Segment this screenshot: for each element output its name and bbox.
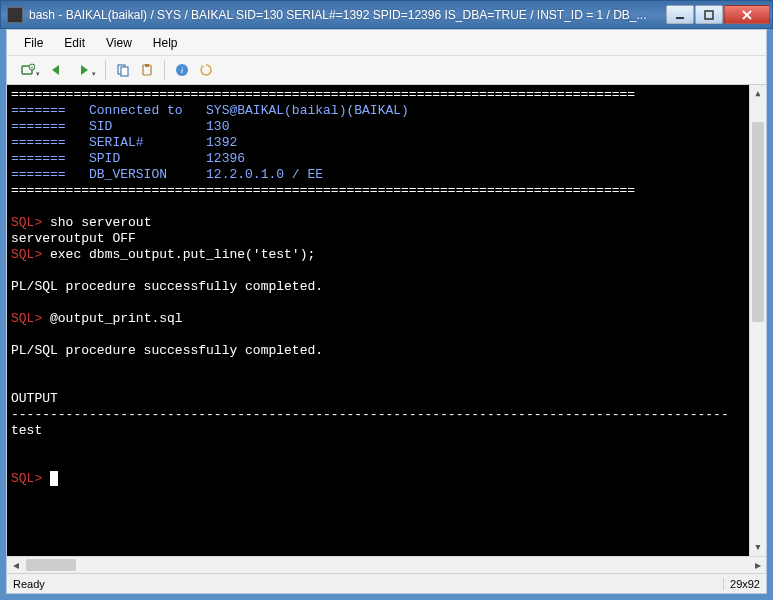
arrow-left-icon — [49, 63, 63, 77]
status-text: Ready — [13, 578, 723, 590]
window-client: File Edit View Help + i ============= — [6, 29, 767, 594]
menu-help[interactable]: Help — [144, 33, 187, 53]
copy-icon — [116, 63, 130, 77]
scroll-right-icon[interactable]: ▸ — [749, 557, 766, 573]
svg-text:+: + — [31, 64, 34, 70]
scroll-down-icon[interactable]: ▾ — [750, 539, 766, 556]
info-icon: i — [175, 63, 189, 77]
scroll-track[interactable] — [750, 102, 766, 539]
close-icon — [742, 10, 752, 20]
paste-icon — [140, 63, 154, 77]
output-header: OUTPUT — [11, 391, 58, 406]
terminal-size: 29x92 — [723, 578, 760, 590]
toolbar-separator — [105, 60, 106, 80]
menubar: File Edit View Help — [7, 30, 766, 56]
sql-prompt: SQL> — [11, 311, 42, 326]
header-spid: ======= SPID 12396 — [11, 151, 245, 166]
new-session-button[interactable]: + — [13, 59, 43, 81]
output-serverout: serveroutput OFF — [11, 231, 136, 246]
paste-button[interactable] — [136, 59, 158, 81]
rule-line: ========================================… — [11, 183, 635, 198]
back-button[interactable] — [45, 59, 67, 81]
plsql-result: PL/SQL procedure successfully completed. — [11, 343, 323, 358]
header-serial: ======= SERIAL# 1392 — [11, 135, 237, 150]
maximize-icon — [704, 10, 714, 20]
horizontal-scrollbar[interactable]: ◂ ▸ — [7, 556, 766, 573]
rule-line: ========================================… — [11, 87, 635, 102]
refresh-icon — [199, 63, 213, 77]
sql-prompt: SQL> — [11, 215, 42, 230]
app-icon — [7, 7, 23, 23]
toolbar: + i — [7, 56, 766, 85]
command-1: sho serverout — [42, 215, 151, 230]
copy-button[interactable] — [112, 59, 134, 81]
sql-prompt: SQL> — [11, 471, 42, 486]
dash-rule: ----------------------------------------… — [11, 407, 729, 422]
svg-rect-1 — [705, 11, 713, 19]
svg-rect-10 — [145, 64, 149, 67]
close-button[interactable] — [724, 5, 770, 24]
output-value: test — [11, 423, 42, 438]
terminal-cursor — [50, 471, 58, 486]
window-buttons — [665, 5, 770, 24]
scroll-track[interactable] — [24, 557, 749, 573]
header-connected: ======= Connected to SYS@BAIKAL(baikal)(… — [11, 103, 409, 118]
toolbar-separator — [164, 60, 165, 80]
info-button[interactable]: i — [171, 59, 193, 81]
maximize-button[interactable] — [695, 5, 723, 24]
arrow-right-icon — [77, 63, 91, 77]
header-sid: ======= SID 130 — [11, 119, 229, 134]
command-2: exec dbms_output.put_line('test'); — [42, 247, 315, 262]
minimize-button[interactable] — [666, 5, 694, 24]
vertical-scrollbar[interactable]: ▴ ▾ — [749, 85, 766, 556]
minimize-icon — [675, 10, 685, 20]
svg-rect-8 — [121, 67, 128, 76]
scroll-up-icon[interactable]: ▴ — [750, 85, 766, 102]
sql-prompt: SQL> — [11, 247, 42, 262]
forward-button[interactable] — [69, 59, 99, 81]
refresh-button[interactable] — [195, 59, 217, 81]
terminal-output[interactable]: ========================================… — [7, 85, 766, 556]
plsql-result: PL/SQL procedure successfully completed. — [11, 279, 323, 294]
menu-edit[interactable]: Edit — [55, 33, 94, 53]
window-title: bash - BAIKAL(baikal) / SYS / BAIKAL SID… — [29, 8, 665, 22]
scroll-thumb[interactable] — [752, 122, 764, 322]
command-3: @output_print.sql — [42, 311, 182, 326]
titlebar: bash - BAIKAL(baikal) / SYS / BAIKAL SID… — [0, 0, 773, 29]
menu-view[interactable]: View — [97, 33, 141, 53]
statusbar: Ready 29x92 — [7, 573, 766, 593]
scroll-thumb[interactable] — [26, 559, 76, 571]
header-dbversion: ======= DB_VERSION 12.2.0.1.0 / EE — [11, 167, 323, 182]
new-session-icon: + — [21, 63, 35, 77]
scroll-left-icon[interactable]: ◂ — [7, 557, 24, 573]
menu-file[interactable]: File — [15, 33, 52, 53]
